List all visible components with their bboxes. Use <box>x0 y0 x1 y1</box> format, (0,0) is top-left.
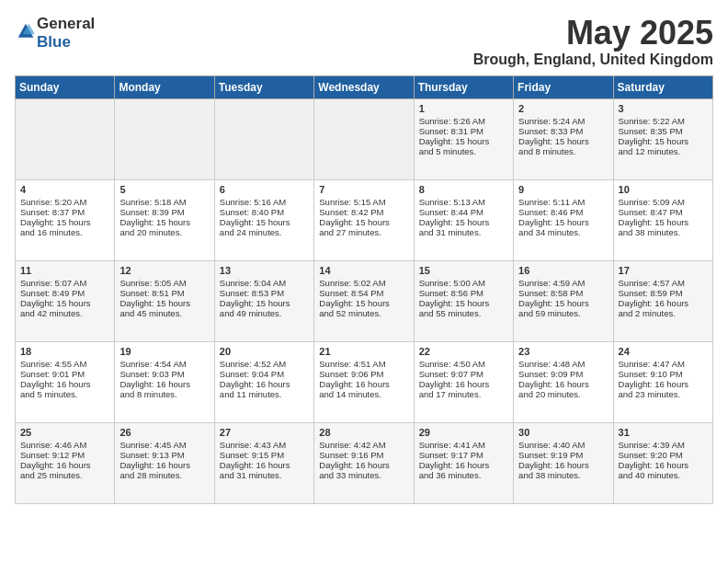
cell-text: Sunrise: 5:02 AM <box>319 278 408 288</box>
cell-text: and 17 minutes. <box>419 389 508 399</box>
cell-text: Daylight: 16 hours <box>619 460 708 470</box>
calendar-header: Sunday Monday Tuesday Wednesday Thursday… <box>16 75 713 98</box>
day-number: 4 <box>20 184 109 195</box>
cell-text: Sunset: 8:46 PM <box>518 207 608 217</box>
cell-text: and 12 minutes. <box>619 146 708 156</box>
cell-text: Sunrise: 4:54 AM <box>119 359 209 369</box>
cell-text: Sunset: 8:44 PM <box>419 207 508 217</box>
cell-text: Daylight: 15 hours <box>119 298 209 308</box>
col-wednesday: Wednesday <box>314 75 414 98</box>
calendar-cell: 4Sunrise: 5:20 AMSunset: 8:37 PMDaylight… <box>16 179 115 260</box>
cell-text: Sunset: 8:53 PM <box>220 288 309 298</box>
cell-text: Sunrise: 4:46 AM <box>20 440 109 450</box>
cell-text: and 36 minutes. <box>419 470 508 480</box>
calendar-cell: 19Sunrise: 4:54 AMSunset: 9:03 PMDayligh… <box>115 341 214 422</box>
logo-text: General Blue <box>37 15 95 52</box>
calendar-cell: 3Sunrise: 5:22 AMSunset: 8:35 PMDaylight… <box>613 98 712 179</box>
calendar-cell: 12Sunrise: 5:05 AMSunset: 8:51 PMDayligh… <box>115 260 214 341</box>
calendar-cell: 21Sunrise: 4:51 AMSunset: 9:06 PMDayligh… <box>314 341 414 422</box>
cell-text: and 8 minutes. <box>518 146 608 156</box>
cell-text: Sunset: 9:07 PM <box>419 369 508 379</box>
calendar-cell: 13Sunrise: 5:04 AMSunset: 8:53 PMDayligh… <box>214 260 313 341</box>
day-number: 18 <box>20 346 109 357</box>
cell-text: Sunset: 8:49 PM <box>20 288 109 298</box>
cell-text: and 5 minutes. <box>20 389 109 399</box>
day-number: 6 <box>220 184 309 195</box>
logo: General Blue <box>15 15 95 52</box>
cell-text: and 16 minutes. <box>20 227 109 237</box>
calendar-cell: 1Sunrise: 5:26 AMSunset: 8:31 PMDaylight… <box>414 98 513 179</box>
cell-text: Sunrise: 4:57 AM <box>619 278 708 288</box>
calendar-cell: 10Sunrise: 5:09 AMSunset: 8:47 PMDayligh… <box>613 179 712 260</box>
calendar-cell <box>314 98 414 179</box>
cell-text: Daylight: 15 hours <box>220 217 309 227</box>
col-monday: Monday <box>115 75 214 98</box>
logo-icon <box>17 22 35 40</box>
cell-text: Sunrise: 5:20 AM <box>20 197 109 207</box>
cell-text: Daylight: 15 hours <box>119 217 209 227</box>
cell-text: and 2 minutes. <box>619 308 708 318</box>
day-number: 29 <box>419 427 508 438</box>
col-saturday: Saturday <box>613 75 712 98</box>
cell-text: Sunset: 8:40 PM <box>220 207 309 217</box>
day-number: 31 <box>619 427 708 438</box>
col-thursday: Thursday <box>414 75 513 98</box>
cell-text: Daylight: 15 hours <box>319 298 408 308</box>
cell-text: Sunset: 8:31 PM <box>419 126 508 136</box>
cell-text: and 8 minutes. <box>119 389 209 399</box>
calendar-cell: 30Sunrise: 4:40 AMSunset: 9:19 PMDayligh… <box>514 422 613 503</box>
cell-text: Daylight: 16 hours <box>319 379 408 389</box>
cell-text: Sunset: 9:04 PM <box>220 369 309 379</box>
cell-text: Daylight: 16 hours <box>319 460 408 470</box>
cell-text: Sunset: 8:54 PM <box>319 288 408 298</box>
calendar-week-1: 1Sunrise: 5:26 AMSunset: 8:31 PMDaylight… <box>16 98 713 179</box>
cell-text: and 27 minutes. <box>319 227 408 237</box>
calendar-cell: 14Sunrise: 5:02 AMSunset: 8:54 PMDayligh… <box>314 260 414 341</box>
day-number: 22 <box>419 346 508 357</box>
day-number: 7 <box>319 184 408 195</box>
cell-text: and 20 minutes. <box>119 227 209 237</box>
col-friday: Friday <box>514 75 613 98</box>
cell-text: Sunrise: 5:07 AM <box>20 278 109 288</box>
day-number: 10 <box>619 184 708 195</box>
cell-text: Daylight: 15 hours <box>419 217 508 227</box>
cell-text: Sunset: 8:59 PM <box>619 288 708 298</box>
cell-text: Sunrise: 4:40 AM <box>518 440 608 450</box>
cell-text: Sunset: 9:03 PM <box>119 369 209 379</box>
cell-text: and 24 minutes. <box>220 227 309 237</box>
cell-text: Daylight: 15 hours <box>518 136 608 146</box>
cell-text: Daylight: 16 hours <box>220 460 309 470</box>
cell-text: Daylight: 15 hours <box>20 217 109 227</box>
day-number: 14 <box>319 265 408 276</box>
cell-text: Sunrise: 5:16 AM <box>220 197 309 207</box>
calendar-cell: 9Sunrise: 5:11 AMSunset: 8:46 PMDaylight… <box>514 179 613 260</box>
cell-text: Sunset: 8:47 PM <box>619 207 708 217</box>
logo-blue: Blue <box>37 33 71 51</box>
cell-text: Sunrise: 5:26 AM <box>419 116 508 126</box>
cell-text: and 42 minutes. <box>20 308 109 318</box>
cell-text: and 45 minutes. <box>119 308 209 318</box>
cell-text: Daylight: 16 hours <box>20 379 109 389</box>
cell-text: and 52 minutes. <box>319 308 408 318</box>
cell-text: Sunset: 9:01 PM <box>20 369 109 379</box>
cell-text: Sunrise: 5:11 AM <box>518 197 608 207</box>
day-number: 13 <box>220 265 309 276</box>
cell-text: Daylight: 15 hours <box>419 136 508 146</box>
calendar-cell: 24Sunrise: 4:47 AMSunset: 9:10 PMDayligh… <box>613 341 712 422</box>
cell-text: Sunset: 9:20 PM <box>619 450 708 460</box>
cell-text: Sunrise: 5:04 AM <box>220 278 309 288</box>
calendar-cell: 8Sunrise: 5:13 AMSunset: 8:44 PMDaylight… <box>414 179 513 260</box>
calendar-cell: 18Sunrise: 4:55 AMSunset: 9:01 PMDayligh… <box>16 341 115 422</box>
cell-text: Daylight: 16 hours <box>220 379 309 389</box>
cell-text: Sunrise: 5:18 AM <box>119 197 209 207</box>
calendar-cell: 16Sunrise: 4:59 AMSunset: 8:58 PMDayligh… <box>514 260 613 341</box>
cell-text: and 5 minutes. <box>419 146 508 156</box>
calendar-cell <box>16 98 115 179</box>
cell-text: Sunrise: 5:00 AM <box>419 278 508 288</box>
calendar-week-3: 11Sunrise: 5:07 AMSunset: 8:49 PMDayligh… <box>16 260 713 341</box>
calendar-cell: 20Sunrise: 4:52 AMSunset: 9:04 PMDayligh… <box>214 341 313 422</box>
logo-block <box>15 22 37 44</box>
day-number: 2 <box>518 103 608 114</box>
calendar-cell: 28Sunrise: 4:42 AMSunset: 9:16 PMDayligh… <box>314 422 414 503</box>
day-number: 16 <box>518 265 608 276</box>
